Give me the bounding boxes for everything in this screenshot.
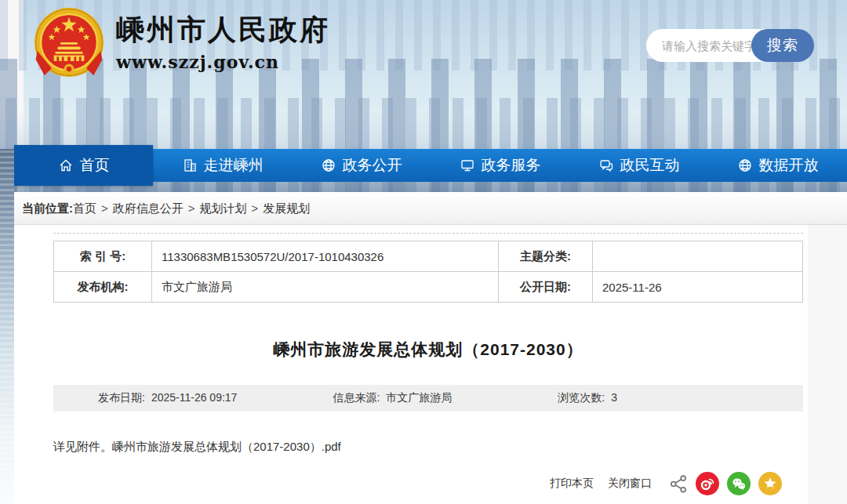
breadcrumb-link-plans[interactable]: 规划计划 xyxy=(200,201,247,215)
meta-publish-date-value: 2025-11-26 09:17 xyxy=(151,391,238,404)
document-title: 嵊州市旅游发展总体规划（2017-2030） xyxy=(53,339,803,361)
index-number-label: 索 引 号: xyxy=(54,241,152,272)
publish-date-label: 公开日期: xyxy=(499,272,593,303)
print-page-button[interactable]: 打印本页 xyxy=(550,477,594,491)
share-icon[interactable] xyxy=(668,473,689,495)
nav-item-open-data[interactable]: 数据开放 xyxy=(708,149,847,182)
globe-icon xyxy=(321,158,336,173)
nav-item-label: 首页 xyxy=(80,155,110,176)
main-area: 索 引 号: 11330683MB1530572U/2017-101043032… xyxy=(0,225,847,504)
meta-views-label: 浏览次数: xyxy=(558,391,605,404)
search-input[interactable] xyxy=(646,29,765,62)
breadcrumb-link-gov-info[interactable]: 政府信息公开 xyxy=(113,201,184,215)
meta-source-value: 市文广旅游局 xyxy=(386,391,452,404)
breadcrumb: 当前位置:首页>政府信息公开>规划计划>发展规划 xyxy=(0,192,847,225)
meta-source: 信息来源:市文广旅游局 xyxy=(333,391,452,405)
chat-icon xyxy=(598,158,614,173)
nav-item-label: 政民互动 xyxy=(620,155,680,176)
content-panel: 索 引 号: 11330683MB1530572U/2017-101043032… xyxy=(14,225,808,504)
close-window-button[interactable]: 关闭窗口 xyxy=(608,477,652,491)
nav-item-label: 走进嵊州 xyxy=(204,155,264,176)
meta-views: 浏览次数:3 xyxy=(558,391,617,405)
topic-category-value xyxy=(593,241,803,272)
monitor-icon xyxy=(460,158,475,173)
publish-date-value: 2025-11-26 xyxy=(593,272,803,303)
dashed-divider xyxy=(53,233,803,234)
table-row: 发布机构: 市文广旅游局 公开日期: 2025-11-26 xyxy=(54,272,803,303)
document-info-table: 索 引 号: 11330683MB1530572U/2017-101043032… xyxy=(53,241,803,303)
meta-publish-date: 发布日期:2025-11-26 09:17 xyxy=(98,391,237,405)
article-meta-bar: 发布日期:2025-11-26 09:17 信息来源:市文广旅游局 浏览次数:3 xyxy=(53,385,803,412)
issuing-agency-value: 市文广旅游局 xyxy=(152,272,499,303)
main-navigation: 首页 走进嵊州 政务公开 政务服务 政民互动 xyxy=(14,149,847,182)
search-box: 搜索 xyxy=(646,29,814,62)
breadcrumb-prefix: 当前位置: xyxy=(22,201,73,215)
attachment-link[interactable]: 详见附件。嵊州市旅游发展总体规划（2017-2030）.pdf xyxy=(53,440,803,455)
meta-views-value: 3 xyxy=(611,391,617,404)
weibo-icon[interactable] xyxy=(696,472,719,495)
national-emblem-icon xyxy=(33,6,105,78)
index-number-value: 11330683MB1530572U/2017-1010430326 xyxy=(152,241,499,272)
nav-item-about[interactable]: 走进嵊州 xyxy=(153,149,292,182)
wechat-icon[interactable] xyxy=(727,472,751,495)
breadcrumb-separator: > xyxy=(252,201,259,215)
article-footer-actions: 打印本页 关闭窗口 xyxy=(53,472,803,495)
nav-item-gov-info[interactable]: 政务公开 xyxy=(292,149,431,182)
nav-item-label: 数据开放 xyxy=(759,155,819,176)
globe-icon xyxy=(737,158,753,173)
nav-item-label: 政务服务 xyxy=(482,155,541,176)
left-background-strip xyxy=(0,149,14,504)
building-icon xyxy=(182,158,198,173)
qzone-icon[interactable] xyxy=(758,472,782,495)
topic-category-label: 主题分类: xyxy=(499,241,593,272)
nav-item-label: 政务公开 xyxy=(343,155,402,176)
site-title: 嵊州市人民政府 xyxy=(116,13,330,46)
meta-source-label: 信息来源: xyxy=(333,391,380,404)
site-url: www.szzj.gov.cn xyxy=(116,52,330,72)
nav-item-home[interactable]: 首页 xyxy=(14,145,153,186)
site-banner: 嵊州市人民政府 www.szzj.gov.cn 搜索 首页 走进嵊州 政务公开 xyxy=(0,0,847,192)
site-logo-area[interactable]: 嵊州市人民政府 www.szzj.gov.cn xyxy=(33,6,330,78)
home-icon xyxy=(58,158,74,173)
breadcrumb-separator: > xyxy=(188,201,195,215)
nav-item-gov-services[interactable]: 政务服务 xyxy=(431,149,569,182)
issuing-agency-label: 发布机构: xyxy=(54,272,152,303)
search-button[interactable]: 搜索 xyxy=(751,29,814,62)
breadcrumb-link-home[interactable]: 首页 xyxy=(73,201,96,215)
nav-item-interaction[interactable]: 政民互动 xyxy=(569,149,708,182)
table-row: 索 引 号: 11330683MB1530572U/2017-101043032… xyxy=(54,241,803,272)
breadcrumb-separator: > xyxy=(101,201,108,215)
breadcrumb-link-dev-plan[interactable]: 发展规划 xyxy=(263,201,310,215)
meta-publish-date-label: 发布日期: xyxy=(98,391,145,404)
